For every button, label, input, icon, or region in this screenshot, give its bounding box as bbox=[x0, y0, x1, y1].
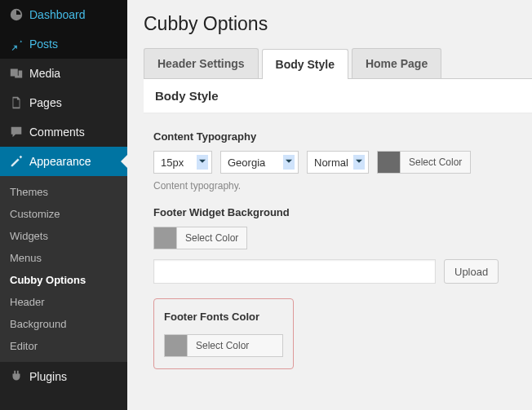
font-size-value: 15px bbox=[161, 157, 184, 169]
select-color-label: Select Color bbox=[177, 232, 246, 244]
footer-bg-color-picker[interactable]: Select Color bbox=[153, 227, 247, 249]
submenu-background[interactable]: Background bbox=[0, 313, 127, 335]
admin-sidebar: Dashboard Posts Media Pages Comments App… bbox=[0, 0, 127, 410]
panel: Body Style bbox=[144, 79, 532, 114]
content-typography-row: 15px Georgia Normal Select Color bbox=[153, 151, 522, 174]
color-swatch bbox=[165, 335, 188, 356]
chevron-down-icon bbox=[356, 160, 362, 166]
color-swatch bbox=[378, 152, 401, 173]
content-color-picker[interactable]: Select Color bbox=[377, 151, 471, 174]
tab-home-page[interactable]: Home Page bbox=[352, 48, 441, 78]
footer-bg-label: Footer Widget Background bbox=[153, 206, 522, 218]
content-area: Cubby Options Header Settings Body Style… bbox=[127, 0, 532, 410]
footer-bg-upload-row: Upload bbox=[153, 259, 522, 284]
submenu-themes[interactable]: Themes bbox=[0, 181, 127, 203]
font-family-value: Georgia bbox=[228, 157, 265, 169]
appearance-submenu: Themes Customize Widgets Menus Cubby Opt… bbox=[0, 176, 127, 362]
panel-body: Content Typography 15px Georgia Normal S… bbox=[144, 114, 532, 382]
media-icon bbox=[8, 65, 24, 82]
menu-label: Dashboard bbox=[29, 8, 86, 21]
upload-path-input[interactable] bbox=[153, 259, 436, 284]
menu-plugins[interactable]: Plugins bbox=[0, 362, 127, 391]
chevron-down-icon bbox=[199, 160, 206, 166]
submenu-editor[interactable]: Editor bbox=[0, 335, 127, 357]
submenu-widgets[interactable]: Widgets bbox=[0, 225, 127, 247]
tab-header-settings[interactable]: Header Settings bbox=[144, 48, 259, 78]
submenu-menus[interactable]: Menus bbox=[0, 247, 127, 269]
footer-fonts-color-picker[interactable]: Select Color bbox=[164, 334, 283, 357]
comments-icon bbox=[8, 124, 24, 140]
page-title: Cubby Options bbox=[144, 13, 532, 35]
menu-label: Plugins bbox=[29, 370, 67, 383]
font-size-select[interactable]: 15px bbox=[153, 151, 212, 174]
select-color-label: Select Color bbox=[188, 340, 257, 351]
menu-appearance[interactable]: Appearance bbox=[0, 147, 127, 176]
plugins-icon bbox=[8, 368, 24, 385]
font-weight-value: Normal bbox=[314, 157, 348, 169]
menu-media[interactable]: Media bbox=[0, 59, 127, 88]
menu-comments[interactable]: Comments bbox=[0, 117, 127, 147]
font-weight-select[interactable]: Normal bbox=[307, 151, 369, 174]
select-color-label: Select Color bbox=[401, 157, 470, 168]
menu-label: Comments bbox=[29, 126, 85, 139]
dashboard-icon bbox=[8, 7, 24, 23]
tabs: Header Settings Body Style Home Page bbox=[144, 48, 532, 79]
menu-posts[interactable]: Posts bbox=[0, 29, 127, 59]
menu-pages[interactable]: Pages bbox=[0, 88, 127, 117]
color-swatch bbox=[154, 227, 177, 249]
content-typography-label: Content Typography bbox=[153, 130, 522, 143]
submenu-cubby-options[interactable]: Cubby Options bbox=[0, 269, 127, 291]
panel-title: Body Style bbox=[144, 79, 532, 113]
chevron-down-icon bbox=[286, 160, 292, 166]
pages-icon bbox=[8, 95, 24, 111]
pin-icon bbox=[8, 36, 24, 52]
content-typography-help: Content typography. bbox=[153, 180, 522, 192]
menu-label: Appearance bbox=[29, 155, 91, 168]
upload-button[interactable]: Upload bbox=[444, 259, 499, 284]
appearance-icon bbox=[8, 153, 24, 170]
footer-bg-color-row: Select Color bbox=[153, 227, 522, 249]
menu-label: Posts bbox=[29, 37, 58, 51]
tab-body-style[interactable]: Body Style bbox=[262, 49, 348, 79]
submenu-header[interactable]: Header bbox=[0, 291, 127, 313]
menu-label: Pages bbox=[29, 96, 62, 109]
footer-fonts-box: Footer Fonts Color Select Color bbox=[153, 298, 294, 369]
menu-dashboard[interactable]: Dashboard bbox=[0, 0, 127, 29]
submenu-customize[interactable]: Customize bbox=[0, 203, 127, 225]
font-family-select[interactable]: Georgia bbox=[220, 151, 299, 174]
footer-fonts-label: Footer Fonts Color bbox=[164, 311, 283, 323]
menu-label: Media bbox=[29, 67, 60, 80]
